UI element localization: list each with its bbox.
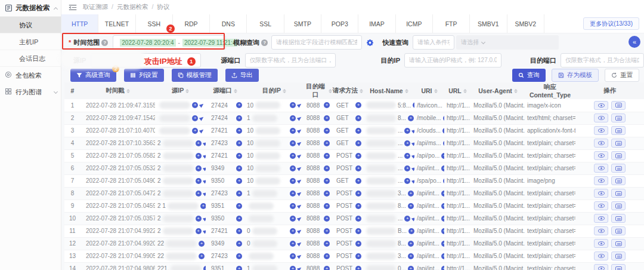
add-filter-icon[interactable] xyxy=(290,216,296,222)
help-icon[interactable]: ? xyxy=(261,39,268,46)
add-filter-icon[interactable] xyxy=(355,165,361,171)
add-filter-icon[interactable] xyxy=(441,165,444,171)
session-detail-button[interactable] xyxy=(611,126,626,135)
add-filter-icon[interactable] xyxy=(290,140,296,146)
pivot-icon[interactable] xyxy=(297,178,302,183)
pivot-icon[interactable] xyxy=(411,216,414,221)
add-filter-icon[interactable] xyxy=(236,128,242,134)
col-header[interactable]: URI xyxy=(414,82,444,99)
sort-icon[interactable] xyxy=(405,89,408,93)
add-filter-icon[interactable] xyxy=(355,115,361,121)
add-filter-icon[interactable] xyxy=(324,241,330,247)
quick-query-input[interactable]: 请输入条件项 xyxy=(413,35,454,50)
sort-icon[interactable] xyxy=(126,89,130,93)
add-filter-icon[interactable] xyxy=(324,253,330,259)
pivot-icon[interactable] xyxy=(297,253,302,259)
sort-icon[interactable] xyxy=(329,89,332,93)
add-filter-icon[interactable] xyxy=(196,191,202,197)
add-filter-icon[interactable] xyxy=(196,165,202,171)
add-filter-icon[interactable] xyxy=(196,178,202,184)
pivot-icon[interactable] xyxy=(202,191,206,196)
add-filter-icon[interactable] xyxy=(324,266,330,270)
source-port-input[interactable]: 仅限数字格式，且为合法端口，例: 8888 xyxy=(245,53,336,68)
pivot-icon[interactable] xyxy=(202,165,206,171)
pivot-icon[interactable] xyxy=(297,128,302,133)
add-filter-icon[interactable] xyxy=(355,128,361,134)
add-filter-icon[interactable] xyxy=(203,266,206,270)
save-template-button[interactable]: 存为模板 xyxy=(552,69,599,82)
sort-icon[interactable] xyxy=(514,89,518,93)
pivot-icon[interactable] xyxy=(297,191,302,196)
add-filter-icon[interactable] xyxy=(324,165,330,171)
add-filter-icon[interactable] xyxy=(355,102,361,108)
add-filter-icon[interactable] xyxy=(199,241,205,247)
add-filter-icon[interactable] xyxy=(404,178,410,184)
add-filter-icon[interactable] xyxy=(324,228,330,234)
pivot-icon[interactable] xyxy=(297,165,302,171)
add-filter-icon[interactable] xyxy=(290,153,296,159)
add-filter-icon[interactable] xyxy=(355,140,361,146)
sidebar-item-全包检索[interactable]: 全包检索 xyxy=(0,67,61,84)
add-filter-icon[interactable] xyxy=(404,128,410,134)
time-range-input[interactable]: 2022-07-28 20:20:4 - 2022-07-29 11:21:4 xyxy=(113,35,226,50)
add-filter-icon[interactable] xyxy=(236,266,242,270)
sidebar-item-主机IP[interactable]: 主机IP xyxy=(0,33,61,50)
add-filter-icon[interactable] xyxy=(192,128,198,134)
sort-icon[interactable] xyxy=(434,89,438,93)
add-filter-icon[interactable] xyxy=(236,253,242,259)
help-icon[interactable]: ? xyxy=(101,39,108,46)
pivot-icon[interactable] xyxy=(202,140,206,146)
pivot-icon[interactable] xyxy=(297,115,302,121)
view-detail-button[interactable] xyxy=(594,214,608,223)
session-detail-button[interactable] xyxy=(611,113,626,122)
view-detail-button[interactable] xyxy=(594,176,608,185)
pivot-icon[interactable] xyxy=(411,140,414,146)
session-detail-button[interactable] xyxy=(611,239,626,248)
view-detail-button[interactable] xyxy=(594,226,608,235)
tab-dns[interactable]: DNS xyxy=(210,14,247,33)
collapse-filter-button[interactable]: « xyxy=(628,36,640,48)
add-filter-icon[interactable] xyxy=(236,178,242,184)
add-filter-icon[interactable] xyxy=(290,165,296,171)
sort-icon[interactable] xyxy=(283,89,286,93)
pivot-icon[interactable] xyxy=(297,153,302,158)
add-filter-icon[interactable] xyxy=(196,216,202,222)
add-filter-icon[interactable] xyxy=(236,191,242,197)
add-filter-icon[interactable] xyxy=(355,228,361,234)
session-detail-button[interactable] xyxy=(611,151,626,160)
pivot-icon[interactable] xyxy=(202,178,206,183)
pivot-icon[interactable] xyxy=(202,228,206,234)
pivot-icon[interactable] xyxy=(202,153,206,158)
tab-pop3[interactable]: POP3 xyxy=(321,14,358,33)
gear-icon[interactable] xyxy=(366,39,374,47)
add-filter-icon[interactable] xyxy=(290,203,296,209)
view-detail-button[interactable] xyxy=(594,189,608,198)
add-filter-icon[interactable] xyxy=(408,228,414,234)
pivot-icon[interactable] xyxy=(411,128,414,133)
session-detail-button[interactable] xyxy=(611,164,626,173)
pivot-icon[interactable] xyxy=(297,103,302,108)
pivot-icon[interactable] xyxy=(297,228,302,234)
add-filter-icon[interactable] xyxy=(355,253,361,259)
add-filter-icon[interactable] xyxy=(408,191,414,197)
pivot-icon[interactable] xyxy=(297,140,302,146)
col-header[interactable]: 请求方法 xyxy=(332,82,364,99)
add-filter-icon[interactable] xyxy=(236,228,242,234)
session-detail-button[interactable] xyxy=(611,189,626,198)
add-filter-icon[interactable] xyxy=(199,253,205,259)
add-filter-icon[interactable] xyxy=(196,228,202,234)
dest-ip-input[interactable]: 请输入正确的IP格式，例: 127.0.0.1 xyxy=(404,53,501,68)
add-filter-icon[interactable] xyxy=(196,140,202,146)
add-filter-icon[interactable] xyxy=(324,128,330,134)
col-header[interactable]: 源IP xyxy=(155,82,206,99)
export-button[interactable]: 导出 xyxy=(225,69,259,82)
time-range-start[interactable]: 2022-07-28 20:20:4 xyxy=(120,39,175,47)
column-settings-button[interactable]: 列设置 xyxy=(124,69,164,82)
add-filter-icon[interactable] xyxy=(236,216,242,222)
sidebar-group-metadata-search[interactable]: 元数据检索 xyxy=(0,0,61,17)
add-filter-icon[interactable] xyxy=(236,115,242,121)
session-detail-button[interactable] xyxy=(611,201,626,210)
add-filter-icon[interactable] xyxy=(324,216,330,222)
add-filter-icon[interactable] xyxy=(404,153,410,159)
pivot-icon[interactable] xyxy=(199,103,205,108)
